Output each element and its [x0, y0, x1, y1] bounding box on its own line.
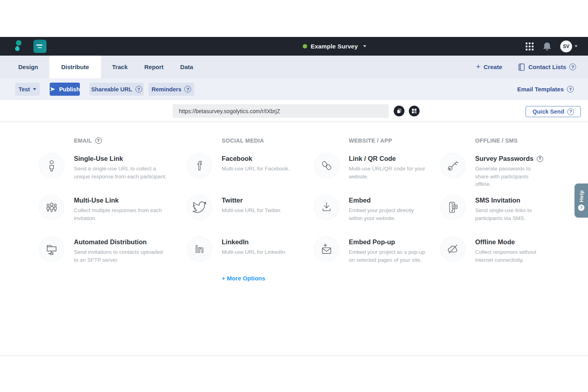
single-use-person-icon: [39, 153, 64, 178]
page: Example Survey SV: [0, 0, 588, 392]
item-title: Survey Passwords ?: [475, 155, 543, 162]
item-description: Collect responses without internet conne…: [475, 248, 543, 264]
distribute-toolbar: Test Publish Shareable URL ? Reminders ?…: [0, 78, 588, 100]
item-description: Collect multiple responses from each inv…: [74, 207, 167, 222]
top-navbar: Example Survey SV: [0, 37, 588, 56]
key-icon: [440, 153, 466, 178]
survey-passwords-item[interactable]: Survey Passwords ? Generate passwords to…: [440, 153, 573, 186]
survey-title-dropdown[interactable]: Example Survey: [303, 37, 366, 56]
sms-invitation-item[interactable]: SMS Invitation Send single-use links to …: [440, 195, 573, 228]
column-header-social-media: SOCIAL MEDIA: [222, 137, 308, 144]
column-header-offline-sms: OFFLINE / SMS: [475, 137, 573, 144]
survey-menu-icon[interactable]: [33, 40, 46, 53]
help-circle-icon: ?: [578, 205, 584, 211]
facebook-icon: f: [187, 153, 212, 178]
email-templates-link[interactable]: Email Templates ?: [517, 78, 574, 100]
tab-distribute[interactable]: Distribute: [49, 56, 101, 78]
distribution-options: EMAIL ? Single-Use Link Send a single-us…: [0, 122, 588, 392]
facebook-item[interactable]: f Facebook Multi-use URL for Facebook.: [187, 153, 308, 186]
quick-send-button[interactable]: Quick Send ?: [526, 106, 581, 117]
column-header-email: EMAIL ?: [74, 137, 176, 144]
item-title: Offline Mode: [475, 238, 543, 246]
survey-url-input[interactable]: [173, 104, 389, 118]
embed-icon: [314, 195, 339, 220]
survey-title: Example Survey: [311, 43, 358, 50]
help-circle-icon[interactable]: ?: [537, 156, 543, 162]
notifications-bell-icon[interactable]: [543, 42, 551, 51]
create-button[interactable]: + Create: [476, 64, 502, 70]
main-tab-bar: Design Distribute Track Report Data + Cr…: [0, 56, 588, 78]
help-circle-icon: ?: [184, 86, 191, 93]
app-grid-icon[interactable]: [525, 42, 534, 51]
help-circle-icon[interactable]: ?: [569, 64, 576, 70]
item-description: Multi-use URL for Facebook.: [222, 165, 290, 173]
linkedin-icon: in: [187, 236, 212, 262]
item-description: Multi-use URL/QR code for your website.: [349, 165, 426, 180]
shareable-url-button[interactable]: Shareable URL ?: [89, 83, 144, 96]
tab-report[interactable]: Report: [139, 56, 169, 78]
plus-icon: +: [476, 63, 480, 70]
multi-use-link-item[interactable]: Multi-Use Link Collect multiple response…: [39, 195, 176, 228]
item-title: Automated Distribution: [74, 238, 167, 246]
item-title: Facebook: [222, 155, 290, 162]
navbar-right: SV: [525, 37, 578, 56]
single-use-link-item[interactable]: Single-Use Link Send a single-use URL to…: [39, 153, 176, 186]
sogolytics-logo-icon[interactable]: [14, 40, 23, 53]
user-menu[interactable]: SV: [560, 41, 578, 52]
sftp-folder-icon: [39, 236, 64, 262]
twitter-item[interactable]: Twitter Multi-use URL for Twitter.: [187, 195, 308, 228]
column-social-media: SOCIAL MEDIA f Facebook Multi-use URL fo…: [187, 137, 308, 282]
help-circle-icon[interactable]: ?: [95, 137, 102, 144]
link-qr-code-item[interactable]: Link / QR Code Multi-use URL/QR code for…: [314, 153, 433, 186]
item-description: Send a single-use URL to collect a uniqu…: [74, 165, 167, 180]
svg-text:in: in: [195, 244, 204, 255]
item-title: SMS Invitation: [475, 197, 543, 204]
offline-mode-item[interactable]: Offline Mode Collect responses without i…: [440, 236, 573, 270]
copy-url-icon[interactable]: [394, 106, 404, 116]
column-header-website-app: WEBSITE / APP: [349, 137, 433, 144]
tabs: Design Distribute Track Report Data: [7, 56, 199, 78]
item-title: Twitter: [222, 197, 282, 204]
chevron-down-icon: [363, 45, 366, 47]
more-options-link[interactable]: + More Options: [222, 275, 265, 282]
help-circle-icon: ?: [135, 86, 142, 93]
tab-design[interactable]: Design: [13, 56, 44, 78]
chevron-down-icon: [33, 88, 36, 90]
tab-track[interactable]: Track: [106, 56, 133, 78]
column-offline-sms: OFFLINE / SMS Survey Passwords ?: [440, 137, 573, 270]
test-dropdown[interactable]: Test: [15, 83, 40, 96]
item-description: Send invitations to contacts uploaded to…: [74, 248, 167, 264]
tab-bar-actions: + Create Contact Lists ?: [476, 56, 576, 78]
sms-phone-icon: [440, 195, 466, 220]
embed-popup-icon: [314, 236, 339, 262]
twitter-icon: [187, 195, 212, 220]
contact-lists-button[interactable]: Contact Lists ?: [517, 63, 576, 71]
item-description: Send single-use links to participants vi…: [475, 207, 543, 222]
publish-button[interactable]: Publish: [50, 83, 80, 96]
help-circle-icon: ?: [567, 108, 574, 115]
qr-code-icon[interactable]: [409, 106, 420, 116]
embed-item[interactable]: Embed Embed your project directly within…: [314, 195, 433, 228]
linkedin-item[interactable]: in LinkedIn Multi-use URL for LinkedIn.: [187, 236, 308, 270]
contact-book-icon: [517, 63, 525, 71]
link-qr-icon: [314, 153, 339, 178]
item-title: Single-Use Link: [74, 155, 167, 162]
item-description: Embed your project as a pop-up on select…: [349, 248, 426, 264]
share-url-bar: Quick Send ?: [0, 100, 588, 122]
column-email: EMAIL ? Single-Use Link Send a single-us…: [39, 137, 176, 270]
help-circle-icon: ?: [567, 86, 574, 93]
tab-data[interactable]: Data: [175, 56, 199, 78]
send-icon: [50, 87, 56, 92]
help-tab[interactable]: Help ?: [574, 183, 588, 218]
item-description: Multi-use URL for Twitter.: [222, 207, 282, 214]
svg-text:f: f: [197, 160, 201, 172]
item-title: Link / QR Code: [349, 155, 426, 162]
section-divider: [0, 355, 588, 356]
automated-distribution-item[interactable]: Automated Distribution Send invitations …: [39, 236, 176, 270]
reminders-button[interactable]: Reminders ?: [149, 83, 194, 96]
item-title: Embed: [349, 197, 426, 204]
avatar: SV: [560, 41, 572, 52]
chevron-down-icon: [574, 45, 578, 47]
embed-popup-item[interactable]: Embed Pop-up Embed your project as a pop…: [314, 236, 433, 270]
multi-use-people-icon: [39, 195, 64, 220]
